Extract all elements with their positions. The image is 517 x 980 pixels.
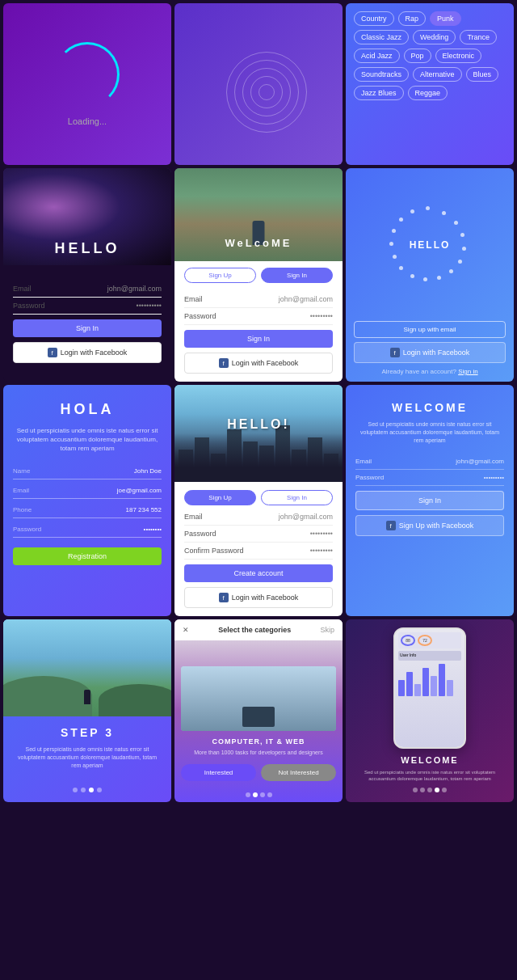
dots-circle: HELLO <box>389 205 470 285</box>
signin-button[interactable]: Sign In <box>355 491 504 510</box>
pagination-dots <box>174 788 343 802</box>
email-value: john@gmail.com <box>107 285 162 293</box>
signin-tab[interactable]: Sign In <box>261 268 333 283</box>
facebook-login-button[interactable]: f Login with Facebook <box>354 342 506 363</box>
tag-soundtracks[interactable]: Soundtracks <box>354 67 409 82</box>
confirm-value: ••••••••• <box>310 547 333 555</box>
tag-alternative[interactable]: Alternative <box>413 67 462 82</box>
email-label: Email <box>355 458 372 465</box>
card-hello-dots: HELLO Sign up with email f Login with Fa… <box>346 168 514 382</box>
signin-button[interactable]: Sign In <box>184 330 333 348</box>
city-skyline-overlay <box>174 433 343 482</box>
email-value: joe@gmail.com <box>117 487 162 494</box>
dot-5 <box>442 788 447 792</box>
signin-link[interactable]: Sign in <box>458 368 477 375</box>
email-row: Email john@gmail.com <box>184 509 333 526</box>
name-label: Name <box>13 467 30 475</box>
facebook-icon: f <box>386 521 396 530</box>
signup-tab[interactable]: Sign Up <box>184 490 256 505</box>
welcome-phone-description: Sed ut perspiciatis unde omnis iste natu… <box>352 769 507 783</box>
tag-jazz-blues[interactable]: Jazz Blues <box>354 86 404 100</box>
tag-classic-jazz[interactable]: Classic Jazz <box>354 30 409 44</box>
tag-country[interactable]: Country <box>354 11 394 26</box>
password-row: Password ••••••••• <box>184 308 333 325</box>
dot-4 <box>435 788 439 792</box>
dot-1 <box>413 788 418 792</box>
loading-text: Loading... <box>68 116 107 126</box>
signup-tab[interactable]: Sign Up <box>184 268 256 283</box>
tag-trance[interactable]: Trance <box>460 30 497 44</box>
dot-1 <box>73 788 78 792</box>
tag-acid-jazz[interactable]: Acid Jazz <box>354 49 400 63</box>
card-step3: STEP 3 Sed ut perspiciatis unde omnis is… <box>3 619 171 802</box>
name-row: Name John Doe <box>13 463 162 479</box>
interested-button[interactable]: Interested <box>181 764 256 781</box>
welcome-phone-content: WELCOME Sed ut perspiciatis unde omnis i… <box>352 755 507 783</box>
dot-3 <box>427 788 432 792</box>
signup-email-button[interactable]: Sign up with email <box>354 321 506 338</box>
card-welcome-blue: WELCOME Sed ut perspiciatis unde omnis i… <box>346 385 514 616</box>
categories-header: ✕ Select the categories Skip <box>174 619 343 640</box>
category-info: COMPUTER, IT & WEB More than 1000 tasks … <box>194 737 323 756</box>
hello-title: HELLO <box>3 240 171 257</box>
tag-wedding[interactable]: Wedding <box>413 30 456 44</box>
step3-content: STEP 3 Sed ut perspiciatis unde omnis is… <box>3 716 171 802</box>
dot-4 <box>267 792 272 797</box>
waves-container <box>226 52 291 116</box>
facebook-login-button[interactable]: f Login with Facebook <box>184 587 333 608</box>
tag-pop[interactable]: Pop <box>404 49 431 63</box>
phone-mockup: 88 72 User Info <box>393 627 466 749</box>
dot-3 <box>89 788 94 792</box>
facebook-btn-label: Login with Facebook <box>403 348 470 357</box>
phone-screen: 88 72 User Info <box>395 629 464 747</box>
dot-3 <box>260 792 265 797</box>
password-value: •••••••• <box>144 526 162 533</box>
hero-image: HELLO <box>3 168 171 265</box>
phone-row: Phone 187 234 552 <box>13 502 162 518</box>
hello-center-text: HELLO <box>410 239 451 251</box>
close-button[interactable]: ✕ <box>183 626 189 634</box>
auth-tabs: Sign Up Sign In <box>184 487 333 509</box>
card-welcome-phone: 88 72 User Info WELCOME Sed ut perspicia… <box>346 619 514 802</box>
email-label: Email <box>184 295 203 303</box>
signin-tab[interactable]: Sign In <box>261 490 333 505</box>
password-row: Password •••••••• <box>13 522 162 538</box>
tag-punk[interactable]: Punk <box>430 11 461 26</box>
tag-electronic[interactable]: Electronic <box>435 49 482 63</box>
create-account-button[interactable]: Create account <box>184 564 333 582</box>
facebook-login-button[interactable]: f Login with Facebook <box>184 353 333 374</box>
email-row: Email john@gmail.com <box>13 281 162 298</box>
facebook-btn-label: Login with Facebook <box>232 593 299 602</box>
facebook-icon: f <box>219 593 229 602</box>
skip-button[interactable]: Skip <box>320 626 334 634</box>
not-interested-button[interactable]: Not Interested <box>261 764 336 781</box>
step3-title: STEP 3 <box>61 726 114 739</box>
login-form: Email john@gmail.com Password ••••••••••… <box>3 274 171 370</box>
password-row: Password •••••••••• <box>13 298 162 315</box>
category-description: More than 1000 tasks for developers and … <box>194 749 323 756</box>
facebook-signup-button[interactable]: f Sign Up with Facebook <box>355 515 504 536</box>
tag-reggae[interactable]: Reggae <box>408 86 448 100</box>
welcome-blue-title: WELCOME <box>355 401 504 414</box>
register-button[interactable]: Registration <box>13 547 162 565</box>
password-value: ••••••••• <box>484 474 504 481</box>
tag-blues[interactable]: Blues <box>466 67 499 82</box>
dot-2 <box>253 792 258 797</box>
password-label: Password <box>13 302 45 310</box>
welcome-phone-title: WELCOME <box>352 755 507 765</box>
signin-button[interactable]: Sign In <box>13 319 162 337</box>
card-loading-circle: Loading... <box>3 3 171 165</box>
card-hello-city: HELLO! Sign Up Sign In Email john@gmail.… <box>174 385 343 616</box>
email-row: Email joe@gmail.com <box>13 483 162 499</box>
hill-right <box>99 684 171 716</box>
hello-city-title: HELLO! <box>174 417 343 432</box>
user-info: User Info <box>398 651 461 661</box>
email-value: john@gmail.com <box>279 513 333 521</box>
email-value: john@gmail.com <box>279 295 333 303</box>
card-hello-dark: HELLO Email john@gmail.com Password ••••… <box>3 168 171 382</box>
password-label: Password <box>184 530 216 538</box>
facebook-login-button[interactable]: f Login with Facebook <box>13 342 162 363</box>
tag-rap[interactable]: Rap <box>398 11 427 26</box>
card-welcome-photo: WeLcoME Sign Up Sign In Email john@gmail… <box>174 168 343 382</box>
password-label: Password <box>184 312 216 320</box>
